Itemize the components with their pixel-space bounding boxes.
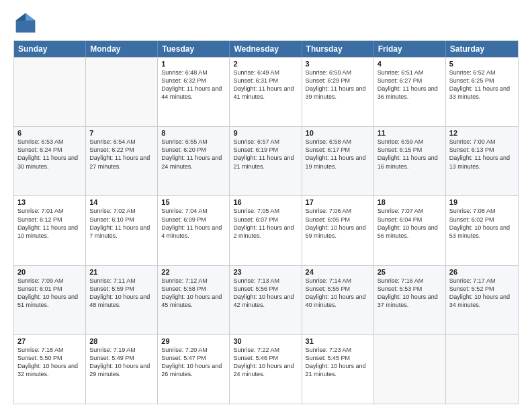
header bbox=[13, 11, 519, 35]
day-info: Sunrise: 7:01 AMSunset: 6:12 PMDaylight:… bbox=[17, 207, 82, 240]
day-cell-17: 17Sunrise: 7:06 AMSunset: 6:05 PMDayligh… bbox=[302, 196, 374, 265]
logo bbox=[13, 11, 42, 35]
day-info: Sunrise: 6:54 AMSunset: 6:22 PMDaylight:… bbox=[89, 138, 154, 171]
day-number: 2 bbox=[233, 60, 298, 68]
empty-cell bbox=[86, 58, 158, 126]
day-info: Sunrise: 7:04 AMSunset: 6:09 PMDaylight:… bbox=[161, 207, 226, 240]
day-cell-23: 23Sunrise: 7:13 AMSunset: 5:56 PMDayligh… bbox=[230, 266, 302, 334]
day-info: Sunrise: 7:00 AMSunset: 6:13 PMDaylight:… bbox=[449, 138, 515, 171]
day-number: 14 bbox=[89, 198, 154, 206]
day-number: 12 bbox=[449, 129, 515, 137]
day-number: 5 bbox=[449, 60, 515, 68]
day-number: 3 bbox=[306, 60, 370, 68]
day-number: 15 bbox=[161, 198, 226, 206]
day-cell-25: 25Sunrise: 7:16 AMSunset: 5:53 PMDayligh… bbox=[374, 266, 446, 334]
day-info: Sunrise: 7:23 AMSunset: 5:45 PMDaylight:… bbox=[306, 346, 370, 379]
day-cell-8: 8Sunrise: 6:55 AMSunset: 6:20 PMDaylight… bbox=[158, 127, 230, 195]
day-info: Sunrise: 6:48 AMSunset: 6:32 PMDaylight:… bbox=[161, 68, 226, 101]
day-cell-5: 5Sunrise: 6:52 AMSunset: 6:25 PMDaylight… bbox=[446, 58, 518, 126]
day-number: 26 bbox=[449, 268, 515, 276]
empty-cell bbox=[446, 335, 518, 404]
weekday-header-tuesday: Tuesday bbox=[158, 41, 230, 57]
day-cell-22: 22Sunrise: 7:12 AMSunset: 5:58 PMDayligh… bbox=[158, 266, 230, 334]
day-info: Sunrise: 7:16 AMSunset: 5:53 PMDaylight:… bbox=[378, 277, 442, 310]
day-info: Sunrise: 7:11 AMSunset: 5:59 PMDaylight:… bbox=[89, 277, 154, 310]
day-cell-20: 20Sunrise: 7:09 AMSunset: 6:01 PMDayligh… bbox=[14, 266, 86, 334]
day-number: 9 bbox=[233, 129, 298, 137]
calendar-body: 1Sunrise: 6:48 AMSunset: 6:32 PMDaylight… bbox=[14, 57, 518, 404]
day-number: 4 bbox=[378, 60, 442, 68]
day-cell-7: 7Sunrise: 6:54 AMSunset: 6:22 PMDaylight… bbox=[86, 127, 158, 195]
day-cell-28: 28Sunrise: 7:19 AMSunset: 5:49 PMDayligh… bbox=[86, 335, 158, 404]
day-info: Sunrise: 6:51 AMSunset: 6:27 PMDaylight:… bbox=[378, 68, 442, 101]
day-info: Sunrise: 7:17 AMSunset: 5:52 PMDaylight:… bbox=[449, 277, 515, 310]
day-info: Sunrise: 7:07 AMSunset: 6:04 PMDaylight:… bbox=[378, 207, 442, 240]
day-number: 13 bbox=[17, 198, 82, 206]
empty-cell bbox=[14, 58, 86, 126]
day-number: 28 bbox=[89, 337, 154, 345]
svg-marker-1 bbox=[26, 13, 35, 21]
day-cell-3: 3Sunrise: 6:50 AMSunset: 6:29 PMDaylight… bbox=[302, 58, 374, 126]
page: SundayMondayTuesdayWednesdayThursdayFrid… bbox=[0, 0, 532, 411]
week-row-5: 27Sunrise: 7:18 AMSunset: 5:50 PMDayligh… bbox=[14, 334, 518, 404]
day-info: Sunrise: 6:53 AMSunset: 6:24 PMDaylight:… bbox=[17, 138, 82, 171]
week-row-4: 20Sunrise: 7:09 AMSunset: 6:01 PMDayligh… bbox=[14, 265, 518, 334]
day-number: 27 bbox=[17, 337, 82, 345]
day-info: Sunrise: 7:09 AMSunset: 6:01 PMDaylight:… bbox=[17, 277, 82, 310]
day-cell-26: 26Sunrise: 7:17 AMSunset: 5:52 PMDayligh… bbox=[446, 266, 518, 334]
day-info: Sunrise: 7:22 AMSunset: 5:46 PMDaylight:… bbox=[233, 346, 298, 379]
day-cell-15: 15Sunrise: 7:04 AMSunset: 6:09 PMDayligh… bbox=[158, 196, 230, 265]
day-info: Sunrise: 6:50 AMSunset: 6:29 PMDaylight:… bbox=[306, 68, 370, 101]
day-number: 17 bbox=[306, 198, 370, 206]
day-info: Sunrise: 6:59 AMSunset: 6:15 PMDaylight:… bbox=[378, 138, 442, 171]
day-cell-24: 24Sunrise: 7:14 AMSunset: 5:55 PMDayligh… bbox=[302, 266, 374, 334]
day-cell-16: 16Sunrise: 7:05 AMSunset: 6:07 PMDayligh… bbox=[230, 196, 302, 265]
week-row-1: 1Sunrise: 6:48 AMSunset: 6:32 PMDaylight… bbox=[14, 57, 518, 126]
svg-marker-2 bbox=[16, 13, 26, 21]
day-cell-2: 2Sunrise: 6:49 AMSunset: 6:31 PMDaylight… bbox=[230, 58, 302, 126]
weekday-header-thursday: Thursday bbox=[302, 41, 374, 57]
weekday-header-sunday: Sunday bbox=[14, 41, 86, 57]
day-number: 21 bbox=[89, 268, 154, 276]
day-cell-18: 18Sunrise: 7:07 AMSunset: 6:04 PMDayligh… bbox=[374, 196, 446, 265]
day-number: 1 bbox=[161, 60, 226, 68]
day-number: 22 bbox=[161, 268, 226, 276]
day-cell-9: 9Sunrise: 6:57 AMSunset: 6:19 PMDaylight… bbox=[230, 127, 302, 195]
day-number: 30 bbox=[233, 337, 298, 345]
day-cell-29: 29Sunrise: 7:20 AMSunset: 5:47 PMDayligh… bbox=[158, 335, 230, 404]
day-cell-31: 31Sunrise: 7:23 AMSunset: 5:45 PMDayligh… bbox=[302, 335, 374, 404]
day-number: 25 bbox=[378, 268, 442, 276]
day-number: 23 bbox=[233, 268, 298, 276]
day-cell-6: 6Sunrise: 6:53 AMSunset: 6:24 PMDaylight… bbox=[14, 127, 86, 195]
day-info: Sunrise: 7:08 AMSunset: 6:02 PMDaylight:… bbox=[449, 207, 515, 240]
day-cell-30: 30Sunrise: 7:22 AMSunset: 5:46 PMDayligh… bbox=[230, 335, 302, 404]
day-info: Sunrise: 7:14 AMSunset: 5:55 PMDaylight:… bbox=[306, 277, 370, 310]
day-cell-1: 1Sunrise: 6:48 AMSunset: 6:32 PMDaylight… bbox=[158, 58, 230, 126]
day-cell-19: 19Sunrise: 7:08 AMSunset: 6:02 PMDayligh… bbox=[446, 196, 518, 265]
day-number: 7 bbox=[89, 129, 154, 137]
calendar-header: SundayMondayTuesdayWednesdayThursdayFrid… bbox=[14, 41, 518, 57]
day-info: Sunrise: 7:13 AMSunset: 5:56 PMDaylight:… bbox=[233, 277, 298, 310]
day-cell-14: 14Sunrise: 7:02 AMSunset: 6:10 PMDayligh… bbox=[86, 196, 158, 265]
day-info: Sunrise: 6:55 AMSunset: 6:20 PMDaylight:… bbox=[161, 138, 226, 171]
day-number: 19 bbox=[449, 198, 515, 206]
weekday-header-friday: Friday bbox=[374, 41, 446, 57]
weekday-header-wednesday: Wednesday bbox=[230, 41, 302, 57]
day-cell-10: 10Sunrise: 6:58 AMSunset: 6:17 PMDayligh… bbox=[302, 127, 374, 195]
day-number: 31 bbox=[306, 337, 370, 345]
empty-cell bbox=[374, 335, 446, 404]
day-info: Sunrise: 6:52 AMSunset: 6:25 PMDaylight:… bbox=[449, 68, 515, 101]
day-number: 16 bbox=[233, 198, 298, 206]
day-info: Sunrise: 7:05 AMSunset: 6:07 PMDaylight:… bbox=[233, 207, 298, 240]
day-info: Sunrise: 7:20 AMSunset: 5:47 PMDaylight:… bbox=[161, 346, 226, 379]
week-row-3: 13Sunrise: 7:01 AMSunset: 6:12 PMDayligh… bbox=[14, 195, 518, 265]
weekday-header-monday: Monday bbox=[86, 41, 158, 57]
day-number: 10 bbox=[306, 129, 370, 137]
day-cell-12: 12Sunrise: 7:00 AMSunset: 6:13 PMDayligh… bbox=[446, 127, 518, 195]
logo-icon bbox=[13, 11, 38, 35]
day-number: 20 bbox=[17, 268, 82, 276]
day-info: Sunrise: 7:19 AMSunset: 5:49 PMDaylight:… bbox=[89, 346, 154, 379]
day-cell-4: 4Sunrise: 6:51 AMSunset: 6:27 PMDaylight… bbox=[374, 58, 446, 126]
day-number: 11 bbox=[378, 129, 442, 137]
day-info: Sunrise: 7:06 AMSunset: 6:05 PMDaylight:… bbox=[306, 207, 370, 240]
